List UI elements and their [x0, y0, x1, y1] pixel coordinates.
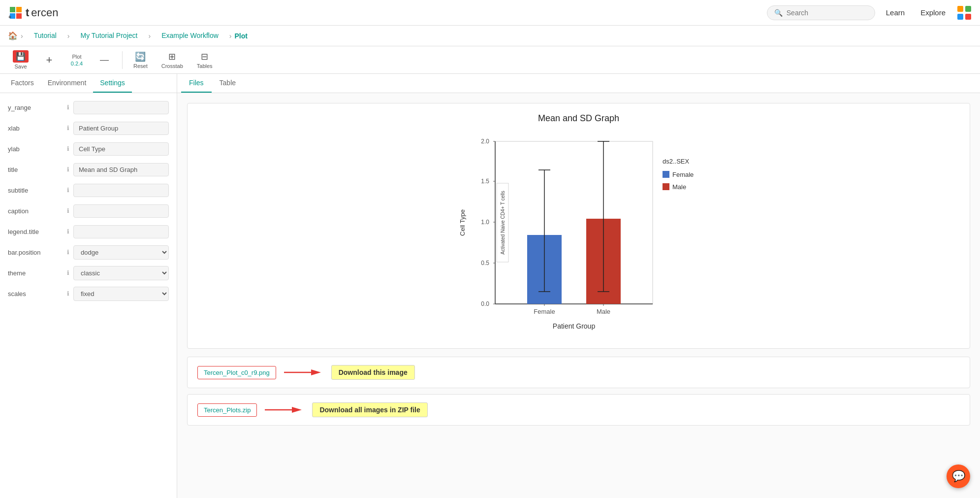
- theme-select[interactable]: classic bw minimal gray: [73, 266, 169, 280]
- search-input[interactable]: [787, 9, 865, 17]
- info-icon-ylab[interactable]: ℹ: [67, 145, 69, 152]
- svg-rect-7: [957, 14, 963, 20]
- chart-svg: 0.0 0.5 1.0 1.5 2.0: [451, 132, 707, 338]
- plot-button[interactable]: Plot 0.2.4: [65, 52, 89, 68]
- info-icon-subtitle[interactable]: ℹ: [67, 187, 69, 194]
- setting-value-theme: classic bw minimal gray: [73, 266, 169, 280]
- tab-table[interactable]: Table: [212, 74, 244, 93]
- legend-female-box: [663, 171, 669, 178]
- tab-files[interactable]: Files: [181, 74, 212, 93]
- chart-title: Mean and SD Graph: [197, 113, 960, 124]
- info-icon-yrange[interactable]: ℹ: [67, 104, 69, 111]
- setting-row-bar-position: bar.position ℹ dodge stack fill: [0, 242, 177, 263]
- setting-label-xlab: xlab: [8, 125, 62, 132]
- breadcrumb-sep-2: ›: [67, 32, 70, 40]
- home-icon[interactable]: 🏠: [8, 31, 18, 40]
- download-image-box: Tercen_Plot_c0_r9.png Download this imag…: [187, 357, 970, 388]
- setting-label-bar-position: bar.position: [8, 249, 62, 256]
- search-icon: 🔍: [774, 9, 783, 17]
- reset-icon: 🔄: [135, 51, 146, 62]
- xlab-input[interactable]: [73, 122, 169, 135]
- svg-text:Activated Naive CD4+ T cells: Activated Naive CD4+ T cells: [500, 191, 506, 254]
- chat-icon: 💬: [952, 470, 965, 483]
- breadcrumb-workflow[interactable]: Example Workflow: [154, 26, 226, 46]
- ylab-input[interactable]: [73, 142, 169, 156]
- svg-text:Male: Male: [596, 308, 610, 315]
- breadcrumb-sep-1: ›: [21, 32, 23, 40]
- subtitle-input[interactable]: [73, 184, 169, 197]
- chart-svg-wrapper: 0.0 0.5 1.0 1.5 2.0: [197, 132, 960, 338]
- download-zip-link[interactable]: Tercen_Plots.zip: [197, 403, 257, 417]
- svg-text:Female: Female: [534, 308, 555, 315]
- chat-button[interactable]: 💬: [947, 465, 970, 488]
- logo-icon: +: [8, 5, 24, 21]
- setting-label-theme: theme: [8, 269, 62, 277]
- setting-value-legend-title: [73, 225, 169, 238]
- legend-title-input[interactable]: [73, 225, 169, 238]
- tab-settings[interactable]: Settings: [93, 74, 132, 93]
- setting-label-ylab: ylab: [8, 145, 62, 153]
- legend-female-label: Female: [672, 171, 694, 178]
- settings-panel: y_range ℹ xlab ℹ ylab ℹ: [0, 93, 177, 498]
- svg-text:Cell Type: Cell Type: [459, 209, 466, 236]
- svg-rect-1: [16, 7, 22, 12]
- caption-input[interactable]: [73, 204, 169, 218]
- tab-factors[interactable]: Factors: [4, 74, 41, 93]
- svg-rect-5: [957, 6, 963, 12]
- right-tabs: Files Table: [177, 74, 980, 93]
- info-icon-theme[interactable]: ℹ: [67, 269, 69, 276]
- save-button[interactable]: 💾 Save: [8, 48, 33, 71]
- scales-select[interactable]: fixed free free_x free_y: [73, 287, 169, 301]
- add-button[interactable]: +: [37, 52, 61, 68]
- main-layout: Factors Environment Settings y_range ℹ x…: [0, 74, 980, 498]
- info-icon-caption[interactable]: ℹ: [67, 207, 69, 214]
- crosstab-label: Crosstab: [161, 63, 183, 69]
- setting-row-title: title ℹ: [0, 159, 177, 180]
- yrange-input[interactable]: [73, 101, 169, 114]
- svg-text:1.0: 1.0: [481, 219, 489, 226]
- info-icon-title[interactable]: ℹ: [67, 166, 69, 173]
- setting-row-ylab: ylab ℹ: [0, 138, 177, 159]
- explore-button[interactable]: Explore: [916, 5, 950, 20]
- setting-row-legend-title: legend.title ℹ: [0, 221, 177, 242]
- legend-male-label: Male: [672, 183, 686, 191]
- setting-value-subtitle: [73, 184, 169, 197]
- svg-text:0.5: 0.5: [481, 260, 489, 266]
- info-icon-scales[interactable]: ℹ: [67, 290, 69, 297]
- learn-button[interactable]: Learn: [881, 5, 910, 20]
- setting-value-xlab: [73, 122, 169, 135]
- svg-marker-35: [311, 369, 321, 375]
- setting-label-title: title: [8, 166, 62, 173]
- download-image-label: Download this image: [331, 365, 415, 380]
- svg-text:1.5: 1.5: [481, 178, 489, 185]
- reset-label: Reset: [133, 63, 148, 69]
- svg-rect-8: [965, 14, 971, 20]
- minus-icon: —: [100, 55, 109, 65]
- breadcrumb-tutorial[interactable]: Tutorial: [26, 26, 64, 46]
- tables-button[interactable]: ⊟ Tables: [192, 49, 218, 71]
- setting-row-theme: theme ℹ classic bw minimal gray: [0, 263, 177, 283]
- setting-row-scales: scales ℹ fixed free free_x free_y: [0, 283, 177, 304]
- setting-label-yrange: y_range: [8, 104, 62, 111]
- crosstab-button[interactable]: ⊞ Crosstab: [157, 49, 188, 71]
- info-icon-xlab[interactable]: ℹ: [67, 125, 69, 132]
- legend-male-box: [663, 183, 669, 190]
- right-content: Mean and SD Graph 0.0 0.5 1.0: [177, 93, 980, 498]
- avatar[interactable]: [956, 5, 972, 21]
- breadcrumb-project[interactable]: My Tutorial Project: [73, 26, 146, 46]
- title-input[interactable]: [73, 163, 169, 176]
- setting-value-scales: fixed free free_x free_y: [73, 287, 169, 301]
- reset-button[interactable]: 🔄 Reset: [128, 49, 153, 71]
- breadcrumb-current: Plot: [234, 32, 247, 40]
- bar-position-select[interactable]: dodge stack fill: [73, 245, 169, 260]
- download-image-link[interactable]: Tercen_Plot_c0_r9.png: [197, 366, 276, 379]
- tab-environment[interactable]: Environment: [41, 74, 94, 93]
- minus-button[interactable]: —: [93, 53, 116, 67]
- logo: + tercen: [8, 5, 58, 21]
- toolbar: 💾 Save + Plot 0.2.4 — 🔄 Reset ⊞ Crosstab…: [0, 46, 980, 74]
- search-box[interactable]: 🔍: [767, 5, 875, 20]
- svg-text:Patient Group: Patient Group: [552, 322, 595, 330]
- info-icon-legend-title[interactable]: ℹ: [67, 228, 69, 235]
- chart-container: Mean and SD Graph 0.0 0.5 1.0: [187, 103, 970, 349]
- info-icon-bar-position[interactable]: ℹ: [67, 249, 69, 256]
